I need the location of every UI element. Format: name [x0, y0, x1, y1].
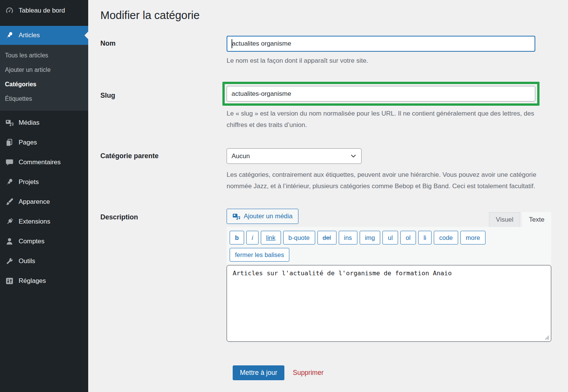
editor-tabs: Visuel Texte [489, 212, 551, 227]
qt-link-button[interactable]: link [261, 231, 281, 244]
qt-code-button[interactable]: code [434, 231, 458, 244]
sidebar-item-label: Apparence [19, 198, 50, 206]
dashboard-icon [5, 6, 14, 15]
slug-input[interactable] [227, 86, 535, 102]
sidebar-item-comments[interactable]: Commentaires [0, 152, 88, 172]
sidebar-item-label: Médias [19, 119, 40, 127]
sidebar-item-label: Outils [19, 257, 35, 265]
sidebar-item-label: Pages [19, 139, 37, 146]
name-input[interactable] [227, 36, 535, 52]
parent-select[interactable]: Aucun [227, 148, 362, 164]
description-editor: Ajouter un média Visuel Texte b i link b… [227, 209, 551, 342]
sidebar-item-label: Comptes [19, 238, 44, 245]
parent-help-text: Les catégories, contrairement aux étique… [227, 169, 538, 192]
form-row-description: Description Ajouter un média Visuel Text… [100, 209, 568, 342]
page-title: Modifier la catégorie [100, 8, 568, 23]
comment-icon [5, 158, 14, 167]
qt-bquote-button[interactable]: b-quote [283, 231, 315, 244]
pushpin-icon [5, 178, 14, 186]
name-help-text: Le nom est la façon dont il apparaît sur… [227, 55, 568, 67]
articles-submenu: Tous les articles Ajouter un article Cat… [0, 45, 88, 111]
tab-text[interactable]: Texte [522, 212, 551, 227]
name-label: Nom [100, 36, 227, 48]
form-actions: Mettre à jour Supprimer [233, 365, 568, 380]
tab-visual[interactable]: Visuel [489, 212, 520, 227]
pushpin-icon [5, 31, 14, 40]
qt-more-button[interactable]: more [460, 231, 485, 244]
quicktags-toolbar: b i link b-quote del ins img ul ol li co… [227, 227, 551, 265]
description-textarea[interactable]: Articles sur l'actualité de l'organisme … [227, 265, 551, 342]
delete-link[interactable]: Supprimer [293, 369, 324, 377]
admin-sidebar: Tableau de bord Articles Tous les articl… [0, 0, 88, 392]
submenu-item-add-post[interactable]: Ajouter un article [0, 63, 88, 77]
slug-label: Slug [100, 82, 227, 100]
qt-del-button[interactable]: del [317, 231, 336, 244]
qt-li-button[interactable]: li [418, 231, 432, 244]
slug-help-text: Le « slug » est la version du nom normal… [227, 108, 538, 131]
sidebar-item-settings[interactable]: Réglages [0, 271, 88, 291]
plug-icon [5, 217, 14, 226]
qt-ol-button[interactable]: ol [400, 231, 416, 244]
main-content: Modifier la catégorie Nom Le nom est la … [88, 0, 568, 392]
submenu-item-categories[interactable]: Catégories [0, 77, 88, 92]
submenu-item-tags[interactable]: Étiquettes [0, 92, 88, 106]
add-media-button[interactable]: Ajouter un média [227, 209, 298, 224]
sidebar-item-label: Articles [19, 32, 40, 39]
sidebar-item-label: Extensions [19, 218, 50, 225]
user-icon [5, 237, 14, 246]
qt-ins-button[interactable]: ins [339, 231, 357, 244]
update-button[interactable]: Mettre à jour [233, 365, 284, 380]
add-media-label: Ajouter un média [244, 213, 293, 220]
media-icon [232, 213, 240, 221]
qt-close-tags-button[interactable]: fermer les balises [230, 248, 289, 262]
resize-handle[interactable] [543, 334, 549, 340]
sidebar-item-articles[interactable]: Articles [0, 26, 88, 45]
sidebar-item-pages[interactable]: Pages [0, 133, 88, 152]
sidebar-item-projects[interactable]: Projets [0, 172, 88, 192]
sidebar-item-appearance[interactable]: Apparence [0, 192, 88, 212]
sidebar-item-label: Tableau de bord [19, 7, 65, 14]
sidebar-item-users[interactable]: Comptes [0, 232, 88, 251]
sidebar-item-plugins[interactable]: Extensions [0, 212, 88, 232]
text-caret [232, 39, 232, 48]
sidebar-item-dashboard[interactable]: Tableau de bord [0, 0, 88, 21]
sidebar-item-label: Commentaires [19, 159, 61, 166]
sidebar-item-label: Projets [19, 178, 39, 186]
wrench-icon [5, 257, 14, 265]
form-row-parent: Catégorie parente Aucun Les catégories, … [100, 148, 568, 192]
slug-highlight-box [222, 82, 539, 106]
qt-italic-button[interactable]: i [246, 231, 259, 244]
brush-icon [5, 198, 14, 206]
sidebar-item-tools[interactable]: Outils [0, 251, 88, 271]
current-menu-arrow-icon [84, 32, 88, 39]
form-row-slug: Slug Le « slug » est la version du nom n… [100, 82, 568, 131]
sidebar-item-medias[interactable]: Médias [0, 113, 88, 133]
parent-label: Catégorie parente [100, 148, 227, 160]
qt-bold-button[interactable]: b [230, 231, 244, 244]
qt-ul-button[interactable]: ul [382, 231, 398, 244]
sidebar-item-label: Réglages [19, 277, 46, 285]
form-row-name: Nom Le nom est la façon dont il apparaît… [100, 36, 568, 67]
qt-img-button[interactable]: img [360, 231, 381, 244]
settings-icon [5, 277, 14, 285]
pages-icon [5, 138, 14, 147]
media-icon [5, 119, 14, 127]
description-label: Description [100, 209, 227, 221]
submenu-item-all-posts[interactable]: Tous les articles [0, 48, 88, 63]
